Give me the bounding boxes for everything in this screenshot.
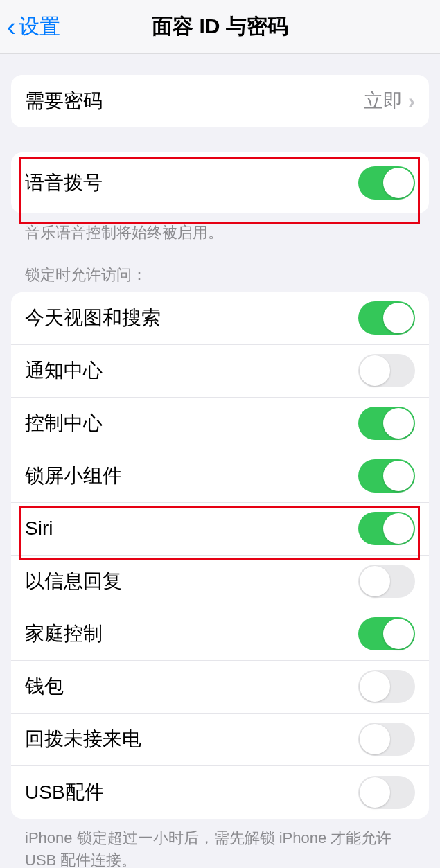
- row-require-passcode[interactable]: 需要密码 立即 ›: [11, 75, 429, 127]
- row-lock-access: 今天视图和搜索: [11, 292, 429, 345]
- group-voice-dial: 语音拨号: [11, 152, 429, 213]
- row-voice-dial: 语音拨号: [11, 152, 429, 213]
- row-label: 回拨未接来电: [25, 726, 141, 752]
- row-lock-access: 通知中心: [11, 345, 429, 398]
- row-lock-access: USB配件: [11, 766, 429, 819]
- switch-toggle[interactable]: [358, 565, 415, 598]
- row-lock-access: 锁屏小组件: [11, 450, 429, 503]
- lock-access-header: 锁定时允许访问：: [11, 244, 429, 292]
- switch-toggle[interactable]: [358, 354, 415, 387]
- row-lock-access: 家庭控制: [11, 608, 429, 661]
- switch-toggle[interactable]: [358, 407, 415, 440]
- switch-toggle[interactable]: [358, 776, 415, 809]
- nav-bar: ‹ 设置 面容 ID 与密码: [0, 0, 440, 54]
- row-label: 以信息回复: [25, 568, 122, 594]
- group-require-passcode: 需要密码 立即 ›: [11, 75, 429, 127]
- switch-toggle[interactable]: [358, 617, 415, 650]
- row-label: Siri: [25, 517, 53, 540]
- row-label: 通知中心: [25, 357, 103, 384]
- switch-voice-dial[interactable]: [358, 166, 415, 200]
- lock-access-footer: iPhone 锁定超过一小时后，需先解锁 iPhone 才能允许 USB 配件连…: [11, 819, 429, 868]
- switch-toggle[interactable]: [358, 512, 415, 545]
- switch-toggle[interactable]: [358, 723, 415, 756]
- row-label: 需要密码: [25, 88, 103, 114]
- chevron-right-icon: ›: [408, 89, 415, 113]
- row-lock-access: Siri: [11, 503, 429, 556]
- row-lock-access: 以信息回复: [11, 556, 429, 608]
- row-lock-access: 回拨未接来电: [11, 714, 429, 766]
- row-value: 立即: [364, 88, 403, 114]
- row-label: 语音拨号: [25, 170, 103, 196]
- switch-toggle[interactable]: [358, 459, 415, 493]
- back-label: 设置: [19, 12, 60, 41]
- switch-toggle[interactable]: [358, 301, 415, 335]
- row-label: 钱包: [25, 673, 64, 700]
- row-lock-access: 钱包: [11, 661, 429, 714]
- chevron-left-icon: ‹: [7, 14, 16, 40]
- switch-toggle[interactable]: [358, 670, 415, 703]
- row-label: 锁屏小组件: [25, 463, 122, 489]
- voice-dial-footer: 音乐语音控制将始终被启用。: [11, 213, 429, 244]
- row-label: 控制中心: [25, 410, 103, 436]
- row-label: USB配件: [25, 779, 104, 806]
- row-lock-access: 控制中心: [11, 398, 429, 450]
- row-label: 家庭控制: [25, 621, 103, 647]
- row-label: 今天视图和搜索: [25, 305, 161, 331]
- back-button[interactable]: ‹ 设置: [0, 12, 60, 41]
- page-title: 面容 ID 与密码: [0, 12, 440, 41]
- group-lock-access: 今天视图和搜索通知中心控制中心锁屏小组件Siri以信息回复家庭控制钱包回拨未接来…: [11, 292, 429, 819]
